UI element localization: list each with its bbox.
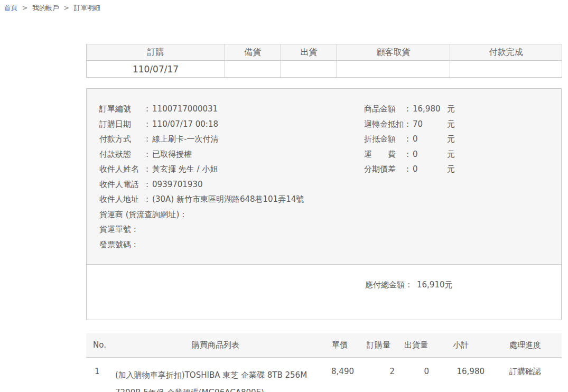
recipient-name-row: 收件人姓名:黃玄揮 先生 / 小姐: [99, 162, 364, 177]
order-date-row: 訂購日期:110/07/17 00:18: [99, 117, 364, 132]
recipient-name-value: 黃玄揮 先生 / 小姐: [152, 164, 218, 174]
product-subtotal: 16,980: [433, 357, 489, 392]
status-header-pickup: 顧客取貨: [337, 44, 450, 61]
product-table: No. 購買商品列表 單價 訂購量 出貨量 小計 處理進度 1 (加入購物車享折…: [86, 333, 562, 392]
carrier-row: 貨運商 (貨流查詢網址) :: [99, 207, 364, 222]
field-label: 訂單編號: [99, 101, 146, 117]
total-amount-value: 16,910元: [417, 280, 453, 290]
status-header-paid: 付款完成: [450, 44, 562, 61]
total-amount-label: 應付總金額：: [365, 280, 413, 290]
shipping-fee-value: 0: [413, 147, 447, 162]
product-status: 訂購確認: [489, 357, 562, 392]
breadcrumb-item-current: 訂單明細: [74, 4, 100, 12]
breadcrumb-item-account: 我的帳戶: [32, 4, 59, 12]
order-info-left-column: 訂單編號:1100717000031 訂購日期:110/07/17 00:18 …: [99, 101, 364, 252]
field-label: 收件人地址: [99, 192, 146, 207]
colon: :: [146, 194, 148, 204]
unit-label: 元: [447, 162, 455, 177]
product-header-shipped-qty: 出貨量: [399, 333, 433, 357]
colon: :: [146, 180, 148, 189]
order-date-value: 110/07/17 00:18: [152, 119, 218, 129]
colon: :: [146, 150, 148, 159]
field-label: 發票號碼: [99, 240, 131, 249]
rebate-deduction-row: 迴轉金抵扣:70元: [364, 117, 561, 132]
discount-amount-row: 折抵金額:0元: [364, 132, 561, 147]
field-label: 訂購日期: [99, 117, 146, 132]
field-label: 折抵金額: [364, 132, 406, 147]
order-detail-page: 訂購 備貨 出貨 顧客取貨 付款完成 110/07/17 訂單編號:110071…: [86, 44, 562, 392]
recipient-address-row: 收件人地址:(30A) 新竹市東區明湖路648巷101弄14號: [99, 192, 364, 207]
payment-status-value: 已取得授權: [152, 150, 192, 159]
order-status-table: 訂購 備貨 出貨 顧客取貨 付款完成 110/07/17: [86, 44, 562, 78]
installment-diff-row: 分期價差:0元: [364, 162, 561, 177]
colon: :: [182, 210, 184, 219]
colon: :: [406, 147, 413, 162]
product-header-order-qty: 訂購量: [358, 333, 399, 357]
colon: :: [406, 132, 413, 147]
status-date-preparing: [225, 61, 281, 78]
field-label: 運 費: [364, 147, 406, 162]
installment-diff-value: 0: [413, 162, 447, 177]
goods-amount-value: 16,980: [413, 101, 447, 117]
field-label: 分期價差: [364, 162, 406, 177]
rebate-deduction-value: 70: [413, 117, 447, 132]
field-label: 付款方式: [99, 132, 146, 147]
product-unit-price: 8,490: [321, 357, 358, 392]
order-number-value: 1100717000031: [152, 104, 218, 114]
recipient-phone-row: 收件人電話:0939701930: [99, 177, 364, 192]
breadcrumb-link-home[interactable]: 首頁: [4, 4, 17, 12]
status-value-row: 110/07/17: [87, 61, 562, 78]
colon: :: [406, 117, 413, 132]
product-order-qty: 2: [358, 357, 399, 392]
breadcrumb-separator: >: [22, 4, 27, 12]
product-header-no: No.: [86, 333, 110, 357]
colon: :: [406, 101, 413, 117]
colon: :: [134, 240, 136, 249]
colon: :: [146, 104, 148, 114]
colon: :: [146, 134, 148, 144]
breadcrumb-separator: >: [63, 4, 69, 12]
discount-amount-value: 0: [413, 132, 447, 147]
order-number-row: 訂單編號:1100717000031: [99, 101, 364, 117]
product-shipped-qty: 0: [399, 357, 433, 392]
status-date-paid: [450, 61, 562, 78]
shipping-fee-row: 運 費:0元: [364, 147, 561, 162]
unit-label: 元: [447, 147, 455, 162]
product-header-status: 處理進度: [489, 333, 562, 357]
field-label: 收件人電話: [99, 177, 146, 192]
order-info-right-column: 商品金額:16,980元 迴轉金抵扣:70元 折抵金額:0元 運 費:0元 分期…: [364, 101, 561, 252]
field-label: 迴轉金抵扣: [364, 117, 406, 132]
status-header-row: 訂購 備貨 出貨 顧客取貨 付款完成: [87, 44, 562, 61]
status-date-pickup: [337, 61, 450, 78]
payment-method-row: 付款方式:線上刷卡-一次付清: [99, 132, 364, 147]
product-row: 1 (加入購物車享折扣)TOSHIBA 東芝 企業碟 8TB 256M 7200…: [86, 357, 562, 392]
breadcrumb: 首頁 > 我的帳戶 > 訂單明細: [0, 0, 568, 13]
invoice-number-row: 發票號碼 :: [99, 237, 364, 253]
product-header-unit-price: 單價: [321, 333, 358, 357]
unit-label: 元: [447, 117, 455, 132]
product-name: (加入購物車享折扣)TOSHIBA 東芝 企業碟 8TB 256M 7200R …: [110, 357, 321, 392]
unit-label: 元: [447, 132, 455, 147]
recipient-phone-value: 0939701930: [152, 180, 202, 189]
total-amount-section: 應付總金額：16,910元: [87, 264, 561, 320]
product-header-subtotal: 小計: [433, 333, 489, 357]
status-date-shipped: [281, 61, 337, 78]
status-header-ordered: 訂購: [87, 44, 225, 61]
colon: :: [146, 119, 148, 129]
status-date-ordered: 110/07/17: [87, 61, 225, 78]
payment-method-value: 線上刷卡-一次付清: [152, 134, 218, 144]
product-no: 1: [86, 357, 110, 392]
field-label: 商品金額: [364, 101, 406, 117]
payment-status-row: 付款狀態:已取得授權: [99, 147, 364, 162]
colon: :: [406, 162, 413, 177]
tracking-number-row: 貨運單號 :: [99, 222, 364, 237]
order-info-box: 訂單編號:1100717000031 訂購日期:110/07/17 00:18 …: [86, 88, 562, 320]
product-header-row: No. 購買商品列表 單價 訂購量 出貨量 小計 處理進度: [86, 333, 562, 357]
field-label: 付款狀態: [99, 147, 146, 162]
goods-amount-row: 商品金額:16,980元: [364, 101, 561, 117]
order-info-section: 訂單編號:1100717000031 訂購日期:110/07/17 00:18 …: [87, 89, 561, 264]
field-label: 貨運單號: [99, 225, 131, 234]
colon: :: [134, 225, 136, 234]
status-header-preparing: 備貨: [225, 44, 281, 61]
field-label: 貨運商 (貨流查詢網址): [99, 210, 179, 219]
